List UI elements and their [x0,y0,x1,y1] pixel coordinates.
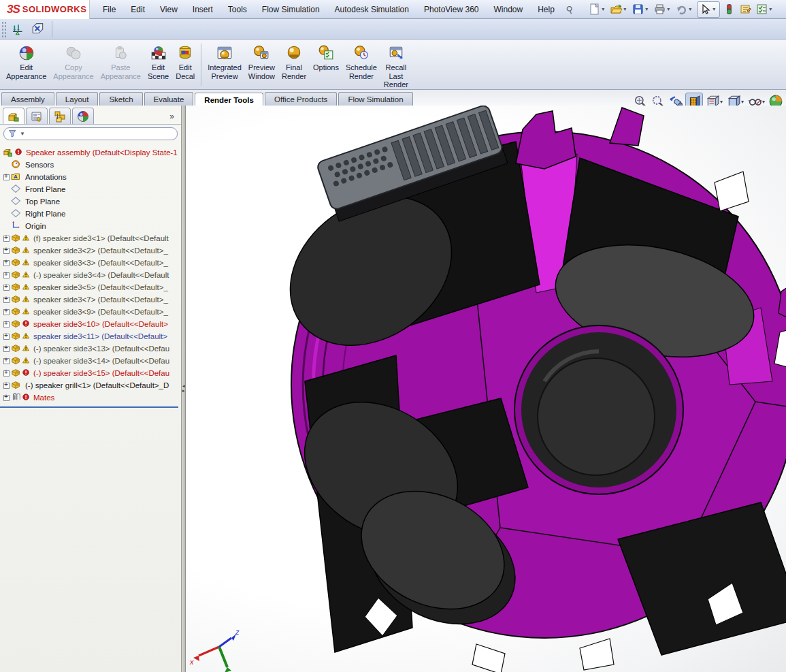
edit-scene-button[interactable]: Edit Scene [145,42,171,82]
tree-item[interactable]: speaker side3<3> (Default<<Default>_ [2,257,181,269]
chevron-down-icon[interactable]: ▾ [602,6,604,12]
expand-plus-icon[interactable] [2,395,11,401]
tree-filter-input[interactable] [25,130,173,138]
schedule-render-button[interactable]: Schedule Render [343,42,380,82]
menu-item-autodesk-simulation[interactable]: Autodesk Simulation [327,1,416,18]
tab-render-tools[interactable]: Render Tools [195,93,263,106]
menu-item-help[interactable]: Help [530,1,562,18]
tab-sketch[interactable]: Sketch [99,92,142,106]
toolbar-grip[interactable] [1,21,7,37]
menu-item-window[interactable]: Window [486,1,530,18]
chevron-down-icon[interactable]: ▾ [741,99,744,105]
expand-plus-icon[interactable] [2,260,11,266]
expand-plus-icon[interactable] [2,285,11,291]
new-document-icon[interactable]: ▾ [587,2,608,17]
warning-badge-icon [22,332,32,341]
measure-tool-icon[interactable] [12,22,26,36]
splitter-arrows-icon[interactable]: ◂▸ [182,383,185,393]
chevron-down-icon[interactable]: ▾ [689,6,691,12]
menu-item-file[interactable]: File [95,1,123,18]
undo-icon[interactable]: ▾ [674,2,695,17]
menu-item-photoview-360[interactable]: PhotoView 360 [416,1,487,18]
select-cursor-icon[interactable]: ▾ [697,1,720,18]
tree-item[interactable]: AAnnotations [2,171,181,183]
search-icon[interactable]: ⚲ [564,3,574,16]
tree-item[interactable]: Origin [2,220,181,232]
options-button[interactable]: Options [310,42,342,74]
menu-item-flow-simulation[interactable]: Flow Simulation [255,1,327,18]
chevron-down-icon[interactable]: ▾ [645,6,648,12]
tree-item[interactable]: Speaker assembly (Default<Display State-… [2,146,181,159]
integrated-preview-button[interactable]: Integrated Preview [205,42,244,82]
preview-window-button[interactable]: Preview Window [246,42,278,82]
tree-item[interactable]: Top Plane [2,195,181,208]
tree-item[interactable]: (-) speaker side3<15> (Default<<Defau [2,367,181,379]
tab-evaluate[interactable]: Evaluate [144,92,194,106]
tree-item[interactable]: Right Plane [2,208,181,220]
design-checker-icon[interactable]: ▾ [754,2,776,17]
tree-item[interactable]: (-) speaker side3<4> (Default<<Default [2,269,181,281]
tab-office-products[interactable]: Office Products [265,92,337,106]
tree-item[interactable]: (f) speaker side3<1> (Default<<Default [2,232,181,244]
open-folder-icon[interactable]: ▾ [608,2,630,17]
propertymanager-tab[interactable] [26,108,48,124]
final-render-icon [286,44,302,62]
recall-last-render-button[interactable]: Recall Last Render [381,42,411,91]
tree-item[interactable]: speaker side3<5> (Default<<Default>_ [2,281,181,293]
chevron-down-icon[interactable]: ▾ [769,6,772,12]
chevron-down-icon[interactable]: ▾ [667,6,670,12]
chevron-down-icon[interactable]: ▾ [720,99,723,105]
notes-icon[interactable] [738,2,754,17]
tree-item[interactable]: speaker side3<9> (Default<<Default>_ [2,306,181,318]
print-icon[interactable]: ▾ [652,2,674,17]
expand-plus-icon[interactable] [2,334,11,340]
tree-item[interactable]: (-) speaker side3<14> (Default<<Defau [2,355,181,367]
chevron-down-icon[interactable]: ▾ [762,99,765,105]
featuremanager-tree-tab[interactable] [3,108,24,124]
expand-plus-icon[interactable] [2,321,11,327]
tree-item[interactable]: speaker side3<7> (Default<<Default>_ [2,293,181,306]
tab-flow-simulation[interactable]: Flow Simulation [338,92,412,106]
tree-item[interactable]: (-) speaker side3<13> (Default<<Defau [2,342,181,355]
expand-plus-icon[interactable] [2,297,11,303]
expand-plus-icon[interactable] [2,309,11,315]
tree-item[interactable]: Mates [2,391,181,404]
tree-item[interactable]: (-) speaker grill<1> (Default<<Default>_… [2,379,181,391]
tab-assembly[interactable]: Assembly [1,92,54,106]
expand-plus-icon[interactable] [2,272,11,278]
tree-item[interactable]: Front Plane [2,183,181,195]
expand-plus-icon[interactable] [2,248,11,254]
tab-layout[interactable]: Layout [56,92,99,106]
expand-plus-icon[interactable] [2,358,11,364]
panel-splitter[interactable]: ◂▸ [181,106,186,672]
traffic-light-icon[interactable] [721,2,738,17]
chevron-down-icon[interactable]: ▾ [623,6,626,12]
chevron-down-icon[interactable]: ▾ [713,6,715,12]
tree-item[interactable]: speaker side3<10> (Default<<Default> [2,318,181,330]
expand-plus-icon[interactable] [2,346,11,352]
expand-plus-icon[interactable] [2,370,11,377]
edit-appearance-button[interactable]: Edit Appearance [3,42,49,82]
menu-item-insert[interactable]: Insert [185,1,220,18]
speaker-assembly-model[interactable]: x z [186,106,786,672]
save-icon[interactable]: ▾ [630,2,652,17]
expand-plus-icon[interactable] [2,383,11,389]
menu-item-edit[interactable]: Edit [123,1,152,18]
graphics-viewport[interactable]: x z [186,106,786,672]
displaymanager-tab[interactable] [72,108,94,124]
configurationmanager-tab[interactable] [49,108,71,124]
expand-plus-icon[interactable] [2,236,11,242]
edit-decal-button[interactable]: Edit Decal [173,42,197,82]
expand-plus-icon[interactable] [2,174,11,180]
svg-text:x: x [189,658,194,666]
tree-item[interactable]: speaker side3<11> (Default<<Default> [2,330,181,342]
panel-expand-chevrons[interactable]: » [169,112,178,124]
tree-item[interactable]: Sensors [2,159,181,171]
final-render-button[interactable]: Final Render [279,42,309,82]
tree-filter-box[interactable]: ▼ [3,127,178,140]
tree-item[interactable]: speaker side3<2> (Default<<Default>_ [2,244,181,257]
tag-tool-icon[interactable] [31,22,45,36]
menu-item-tools[interactable]: Tools [220,1,255,18]
chevron-down-icon[interactable]: ▼ [20,131,25,137]
menu-item-view[interactable]: View [152,1,185,18]
